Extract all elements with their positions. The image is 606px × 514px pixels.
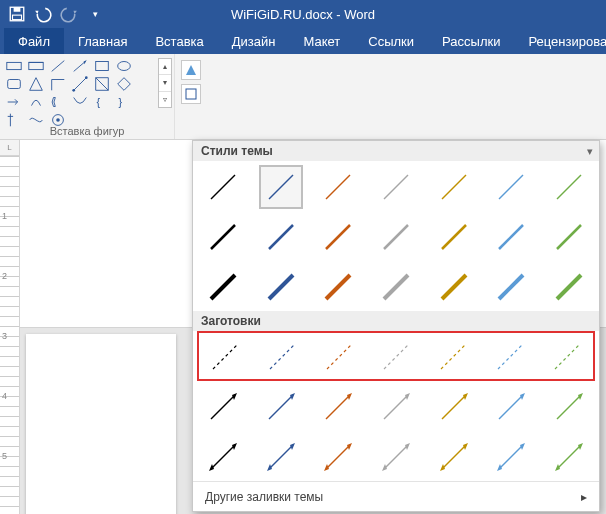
line-preset-swatch[interactable]: [201, 385, 245, 429]
line-preset-swatch[interactable]: [545, 335, 589, 379]
gallery-more-fills[interactable]: Другие заливки темы ▸: [193, 481, 599, 512]
ruler-mark: 5: [2, 451, 7, 461]
line-preset-swatch[interactable]: [203, 335, 247, 379]
shape-option[interactable]: {: [92, 94, 112, 110]
line-style-swatch[interactable]: [316, 165, 360, 209]
svg-line-40: [270, 345, 294, 369]
line-preset-swatch[interactable]: [374, 385, 418, 429]
ruler-mark: 1: [2, 211, 7, 221]
shapes-scroll[interactable]: ▴ ▾ ▿: [158, 58, 172, 108]
line-preset-swatch[interactable]: [260, 335, 304, 379]
shapes-grid[interactable]: {}: [4, 58, 154, 128]
shape-option[interactable]: [4, 76, 24, 92]
shape-option[interactable]: [26, 58, 46, 74]
line-style-swatch[interactable]: [374, 215, 418, 259]
tab-file[interactable]: Файл: [4, 28, 64, 54]
line-style-swatch[interactable]: [432, 165, 476, 209]
shape-option[interactable]: [48, 58, 68, 74]
line-style-swatch[interactable]: [547, 165, 591, 209]
svg-text:{: {: [97, 96, 101, 108]
tab-home[interactable]: Главная: [64, 28, 141, 54]
line-style-swatch[interactable]: [259, 165, 303, 209]
undo-icon[interactable]: [34, 5, 52, 23]
tab-design[interactable]: Дизайн: [218, 28, 290, 54]
ruler-mark: 4: [2, 391, 7, 401]
line-preset-swatch[interactable]: [374, 335, 418, 379]
shape-option[interactable]: [114, 76, 134, 92]
line-style-swatch[interactable]: [259, 265, 303, 309]
shape-option[interactable]: [48, 76, 68, 92]
line-style-swatch[interactable]: [201, 165, 245, 209]
svg-line-59: [557, 445, 581, 469]
svg-line-47: [269, 395, 293, 419]
line-style-swatch[interactable]: [316, 265, 360, 309]
line-preset-swatch[interactable]: [547, 385, 591, 429]
line-style-swatch[interactable]: [547, 265, 591, 309]
line-preset-swatch[interactable]: [259, 385, 303, 429]
preset-styles-grid: [193, 331, 599, 481]
shapes-gallery-group: {} ▴ ▾ ▿ Вставка фигур: [0, 54, 175, 139]
shape-option[interactable]: [48, 94, 68, 110]
shape-option[interactable]: [70, 94, 90, 110]
line-preset-swatch[interactable]: [316, 385, 360, 429]
page[interactable]: [26, 334, 176, 515]
shape-option[interactable]: [92, 76, 112, 92]
svg-line-30: [499, 225, 523, 249]
line-preset-swatch[interactable]: [489, 435, 533, 479]
svg-line-54: [269, 445, 293, 469]
line-style-swatch[interactable]: [316, 215, 360, 259]
shape-option[interactable]: [70, 76, 90, 92]
line-preset-swatch[interactable]: [432, 435, 476, 479]
tab-mailings[interactable]: Рассылки: [428, 28, 514, 54]
shape-outline-button[interactable]: [181, 84, 201, 104]
svg-line-35: [384, 275, 408, 299]
tab-layout[interactable]: Макет: [289, 28, 354, 54]
line-preset-swatch[interactable]: [259, 435, 303, 479]
shape-fill-button[interactable]: [181, 60, 201, 80]
svg-line-58: [499, 445, 523, 469]
qat-customize-icon[interactable]: ▾: [86, 5, 104, 23]
shape-option[interactable]: [26, 76, 46, 92]
scroll-down-icon[interactable]: ▾: [159, 75, 171, 91]
line-style-swatch[interactable]: [547, 215, 591, 259]
save-icon[interactable]: [8, 5, 26, 23]
svg-line-45: [555, 345, 579, 369]
line-style-swatch[interactable]: [432, 215, 476, 259]
line-preset-swatch[interactable]: [374, 435, 418, 479]
line-preset-swatch[interactable]: [431, 335, 475, 379]
shape-option[interactable]: [4, 58, 24, 74]
scroll-more-icon[interactable]: ▿: [159, 92, 171, 107]
line-style-swatch[interactable]: [374, 165, 418, 209]
line-style-swatch[interactable]: [259, 215, 303, 259]
gallery-pin-icon[interactable]: ▾: [587, 145, 593, 158]
line-style-swatch[interactable]: [201, 265, 245, 309]
shape-option[interactable]: [4, 94, 24, 110]
line-preset-swatch[interactable]: [489, 385, 533, 429]
line-style-swatch[interactable]: [489, 265, 533, 309]
line-preset-swatch[interactable]: [316, 435, 360, 479]
line-preset-swatch[interactable]: [201, 435, 245, 479]
tab-references[interactable]: Ссылки: [354, 28, 428, 54]
line-preset-swatch[interactable]: [432, 385, 476, 429]
tab-insert[interactable]: Вставка: [141, 28, 217, 54]
shape-option[interactable]: }: [114, 94, 134, 110]
shape-option[interactable]: [70, 58, 90, 74]
tab-review[interactable]: Рецензирование: [514, 28, 606, 54]
line-style-swatch[interactable]: [374, 265, 418, 309]
line-style-swatch[interactable]: [432, 265, 476, 309]
line-preset-swatch[interactable]: [547, 435, 591, 479]
redo-icon[interactable]: [60, 5, 78, 23]
shape-option[interactable]: [114, 58, 134, 74]
svg-line-38: [557, 275, 581, 299]
svg-rect-17: [186, 89, 196, 99]
shape-option[interactable]: [92, 58, 112, 74]
scroll-up-icon[interactable]: ▴: [159, 59, 171, 75]
line-style-swatch[interactable]: [201, 215, 245, 259]
line-style-swatch[interactable]: [489, 215, 533, 259]
line-style-swatch[interactable]: [489, 165, 533, 209]
svg-rect-8: [96, 62, 109, 71]
svg-line-22: [442, 175, 466, 199]
shape-option[interactable]: [26, 94, 46, 110]
line-preset-swatch[interactable]: [488, 335, 532, 379]
line-preset-swatch[interactable]: [317, 335, 361, 379]
